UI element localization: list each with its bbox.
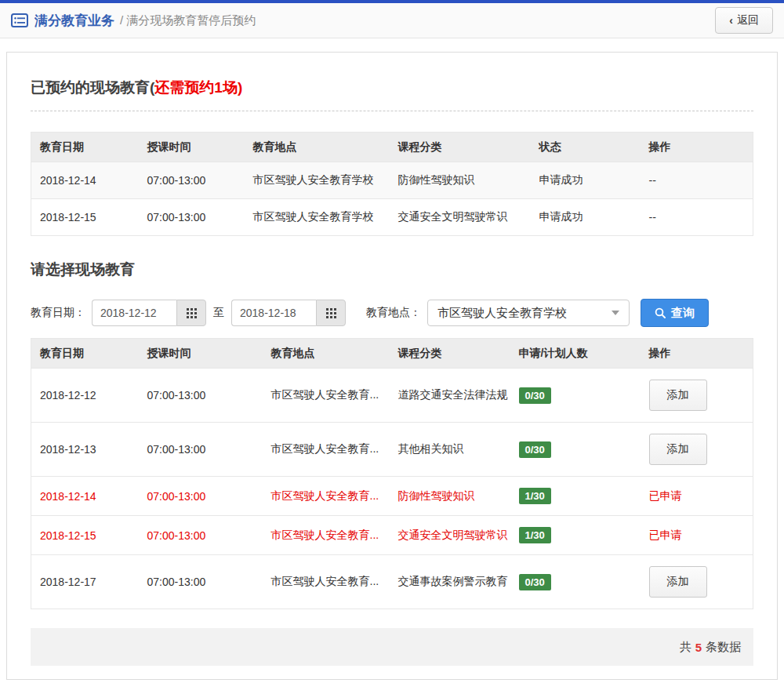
col-header: 教育日期 <box>31 133 139 162</box>
cell-time: 07:00-13:00 <box>139 555 263 609</box>
main-panel: 已预约的现场教育(还需预约1场) 教育日期 授课时间 教育地点 课程分类 状态 … <box>6 52 778 680</box>
list-icon <box>11 13 28 27</box>
applied-status-text: 已申请 <box>649 529 682 541</box>
cell-date: 2018-12-14 <box>31 162 139 199</box>
breadcrumb-root-link[interactable]: 满分教育业务 <box>34 12 114 30</box>
search-button[interactable]: 查询 <box>641 299 709 327</box>
available-table-row: 2018-12-17 07:00-13:00 市区驾驶人安全教育... 交通事故… <box>31 555 753 609</box>
cell-action: -- <box>641 162 753 199</box>
cell-place: 市区驾驶人安全教育学校 <box>245 162 390 199</box>
remaining-count-text: 还需预约1场) <box>154 79 242 96</box>
available-table-header-row: 教育日期 授课时间 教育地点 课程分类 申请/计划人数 操作 <box>31 339 753 369</box>
col-header: 授课时间 <box>139 339 263 369</box>
booked-table-row: 2018-12-14 07:00-13:00 市区驾驶人安全教育学校 防御性驾驶… <box>31 162 753 199</box>
cell-date: 2018-12-13 <box>31 423 139 477</box>
capacity-badge: 1/30 <box>519 488 551 504</box>
chevron-left-icon: ‹ <box>729 15 733 26</box>
col-header: 课程分类 <box>390 133 531 162</box>
cell-place: 市区驾驶人安全教育... <box>263 516 390 555</box>
cell-time: 07:00-13:00 <box>139 516 263 555</box>
cell-time: 07:00-13:00 <box>139 477 263 516</box>
cell-course: 交通安全文明驾驶常识 <box>390 516 510 555</box>
total-count: 5 <box>695 641 702 654</box>
app-header: 满分教育业务 / 满分现场教育暂停后预约 ‹ 返回 <box>0 3 784 38</box>
add-button[interactable]: 添加 <box>649 434 707 465</box>
capacity-badge: 1/30 <box>519 527 551 543</box>
magnifier-icon <box>655 307 666 318</box>
date-range-to-label: 至 <box>213 306 224 320</box>
cell-place: 市区驾驶人安全教育学校 <box>245 199 390 236</box>
place-filter-label: 教育地点： <box>366 306 421 320</box>
col-header: 教育地点 <box>245 133 390 162</box>
booked-title-text: 已预约的现场教育( <box>31 79 154 96</box>
applied-status-text: 已申请 <box>649 489 682 502</box>
cell-action: -- <box>641 199 753 236</box>
calendar-grid-icon[interactable] <box>176 300 206 326</box>
date-to-group <box>231 300 346 326</box>
cell-status: 申请成功 <box>531 162 641 199</box>
cell-date: 2018-12-14 <box>31 477 139 516</box>
col-header: 状态 <box>531 133 641 162</box>
total-suffix: 条数据 <box>706 640 741 655</box>
booked-table: 教育日期 授课时间 教育地点 课程分类 状态 操作 2018-12-14 07:… <box>31 132 753 236</box>
place-select[interactable]: 市区驾驶人安全教育学校 <box>427 300 630 326</box>
col-header: 操作 <box>641 133 753 162</box>
place-select-value: 市区驾驶人安全教育学校 <box>437 306 567 321</box>
back-button-label: 返回 <box>737 13 759 27</box>
breadcrumb: 满分教育业务 / 满分现场教育暂停后预约 <box>11 12 256 30</box>
add-button[interactable]: 添加 <box>649 566 707 598</box>
col-header: 教育地点 <box>263 339 390 369</box>
chevron-down-icon <box>612 311 619 315</box>
date-to-input[interactable] <box>231 300 316 326</box>
cell-place: 市区驾驶人安全教育... <box>263 423 390 477</box>
col-header: 课程分类 <box>390 339 510 369</box>
booked-table-header-row: 教育日期 授课时间 教育地点 课程分类 状态 操作 <box>31 133 753 162</box>
available-table-row: 2018-12-13 07:00-13:00 市区驾驶人安全教育... 其他相关… <box>31 423 753 477</box>
cell-course: 防御性驾驶知识 <box>390 162 531 199</box>
cell-time: 07:00-13:00 <box>139 199 245 236</box>
cell-course: 交通事故案例警示教育 <box>390 555 510 609</box>
add-button[interactable]: 添加 <box>649 380 707 411</box>
available-table-row-applied: 2018-12-14 07:00-13:00 市区驾驶人安全教育... 防御性驾… <box>31 477 753 516</box>
available-table-row: 2018-12-12 07:00-13:00 市区驾驶人安全教育... 道路交通… <box>31 369 753 423</box>
cell-date: 2018-12-17 <box>31 555 139 609</box>
cell-course: 防御性驾驶知识 <box>390 477 510 516</box>
select-section-title: 请选择现场教育 <box>31 260 753 280</box>
cell-course: 道路交通安全法律法规 <box>390 369 510 423</box>
breadcrumb-current: / 满分现场教育暂停后预约 <box>120 13 256 28</box>
capacity-badge: 0/30 <box>519 387 551 404</box>
col-header: 申请/计划人数 <box>510 339 641 369</box>
capacity-badge: 0/30 <box>519 574 551 590</box>
col-header: 操作 <box>641 339 753 369</box>
cell-status: 申请成功 <box>531 199 641 236</box>
cell-time: 07:00-13:00 <box>139 423 263 477</box>
table-footer: 共 5 条数据 <box>31 628 753 666</box>
col-header: 教育日期 <box>31 339 139 369</box>
search-button-label: 查询 <box>671 306 695 321</box>
cell-place: 市区驾驶人安全教育... <box>263 477 390 516</box>
cell-time: 07:00-13:00 <box>139 162 245 199</box>
booked-section-title: 已预约的现场教育(还需预约1场) <box>31 53 753 111</box>
cell-date: 2018-12-15 <box>31 516 139 555</box>
cell-place: 市区驾驶人安全教育... <box>263 369 390 423</box>
cell-course: 其他相关知识 <box>390 423 510 477</box>
available-table: 教育日期 授课时间 教育地点 课程分类 申请/计划人数 操作 2018-12-1… <box>31 338 753 609</box>
cell-date: 2018-12-15 <box>31 199 139 236</box>
date-filter-label: 教育日期： <box>31 306 85 320</box>
capacity-badge: 0/30 <box>519 441 551 458</box>
cell-time: 07:00-13:00 <box>139 369 263 423</box>
cell-course: 交通安全文明驾驶常识 <box>390 199 531 236</box>
cell-date: 2018-12-12 <box>31 369 139 423</box>
col-header: 授课时间 <box>139 133 245 162</box>
calendar-grid-icon[interactable] <box>316 300 346 326</box>
date-from-group <box>92 300 206 326</box>
cell-place: 市区驾驶人安全教育... <box>263 555 390 609</box>
total-prefix: 共 <box>680 640 691 655</box>
filter-bar: 教育日期： 至 <box>31 299 753 327</box>
booked-table-row: 2018-12-15 07:00-13:00 市区驾驶人安全教育学校 交通安全文… <box>31 199 753 236</box>
back-button[interactable]: ‹ 返回 <box>715 7 773 34</box>
date-from-input[interactable] <box>92 300 176 326</box>
available-table-row-applied: 2018-12-15 07:00-13:00 市区驾驶人安全教育... 交通安全… <box>31 516 753 555</box>
